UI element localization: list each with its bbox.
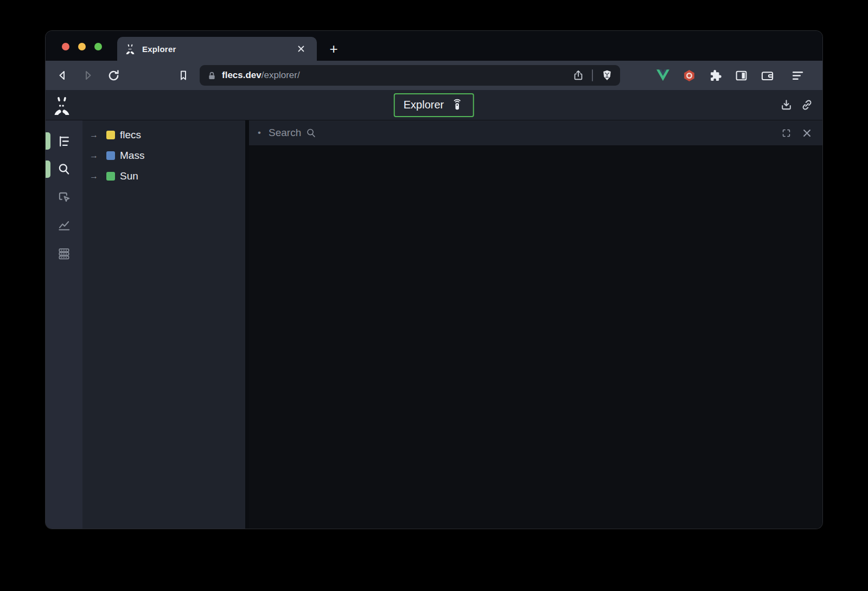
download-icon[interactable] (779, 98, 793, 112)
panel-divider (245, 120, 249, 529)
tree-item-label: Sun (120, 170, 138, 182)
search-input[interactable]: Search (269, 127, 301, 139)
menu-icon[interactable] (790, 68, 805, 82)
active-indicator (46, 132, 50, 150)
remote-icon (450, 98, 464, 112)
explorer-button[interactable]: Explorer (394, 93, 474, 117)
stats-chart-icon (57, 219, 71, 233)
search-panel: • Search (249, 120, 822, 529)
share-link-icon[interactable] (800, 98, 814, 112)
tab-title: Explorer (142, 44, 289, 54)
flecs-favicon-icon (125, 43, 136, 54)
activity-stats-button[interactable] (46, 211, 82, 240)
activity-tree-button[interactable] (46, 127, 82, 155)
tables-icon (57, 247, 71, 261)
tree-item-flecs[interactable]: → flecs (82, 125, 245, 145)
activity-inspector-button[interactable] (46, 183, 82, 211)
active-indicator (46, 160, 50, 178)
url-domain: flecs.dev (222, 70, 261, 80)
vue-extension-icon[interactable] (656, 68, 670, 82)
url-path: /explorer/ (261, 70, 300, 80)
toolbar-separator (592, 69, 593, 81)
forward-icon[interactable] (80, 67, 96, 83)
activity-tables-button[interactable] (46, 240, 82, 268)
new-tab-button[interactable]: + (326, 41, 342, 57)
panel-bullet-icon: • (254, 127, 264, 138)
search-panel-header: • Search (249, 120, 822, 145)
sidebar-toggle-icon[interactable] (734, 68, 748, 82)
entity-color-swatch (106, 131, 115, 139)
tree-item-label: Mass (120, 150, 144, 162)
tree-item-mass[interactable]: → Mass (82, 145, 245, 166)
flecs-logo-icon[interactable] (52, 95, 72, 115)
browser-tab[interactable]: Explorer (117, 37, 317, 61)
share-icon[interactable] (572, 69, 584, 81)
close-window-button[interactable] (62, 43, 69, 50)
activity-bar (46, 120, 82, 529)
search-results-area (249, 145, 822, 529)
window-controls (62, 43, 102, 50)
browser-window: Explorer + flecs.de (46, 31, 822, 529)
inspector-icon (57, 190, 71, 204)
app-header: Explorer (46, 90, 822, 120)
explorer-button-label: Explorer (404, 99, 444, 111)
close-tab-icon[interactable] (295, 43, 307, 55)
expand-arrow-icon[interactable]: → (90, 171, 101, 181)
entity-tree-panel: → flecs → Mass → Sun (82, 120, 245, 529)
search-magnifier-icon (305, 127, 317, 139)
expand-arrow-icon[interactable]: → (90, 130, 101, 140)
back-icon[interactable] (54, 67, 71, 83)
search-icon (57, 162, 71, 176)
brave-shield-icon[interactable] (601, 69, 614, 82)
titlebar: Explorer + (46, 31, 822, 61)
lock-icon (207, 71, 216, 80)
activity-search-button[interactable] (46, 155, 82, 183)
fullscreen-icon[interactable] (780, 127, 792, 139)
tree-view-icon (58, 134, 71, 148)
tree-item-sun[interactable]: → Sun (82, 166, 245, 187)
bookmark-icon[interactable] (177, 69, 190, 82)
close-panel-icon[interactable] (801, 127, 813, 139)
main-area: → flecs → Mass → Sun • Search (46, 120, 822, 529)
flecs-extension-icon[interactable] (682, 68, 696, 82)
reload-icon[interactable] (105, 67, 122, 83)
wallet-icon[interactable] (760, 68, 774, 82)
tree-item-label: flecs (120, 129, 141, 141)
entity-color-swatch (106, 151, 115, 160)
entity-color-swatch (106, 172, 115, 181)
extensions-puzzle-icon[interactable] (708, 68, 722, 82)
address-bar[interactable]: flecs.dev/explorer/ (200, 65, 620, 86)
browser-toolbar: flecs.dev/explorer/ (46, 61, 822, 90)
minimize-window-button[interactable] (78, 43, 86, 50)
extensions-row (656, 68, 805, 82)
expand-arrow-icon[interactable]: → (90, 151, 101, 160)
zoom-window-button[interactable] (94, 43, 102, 50)
